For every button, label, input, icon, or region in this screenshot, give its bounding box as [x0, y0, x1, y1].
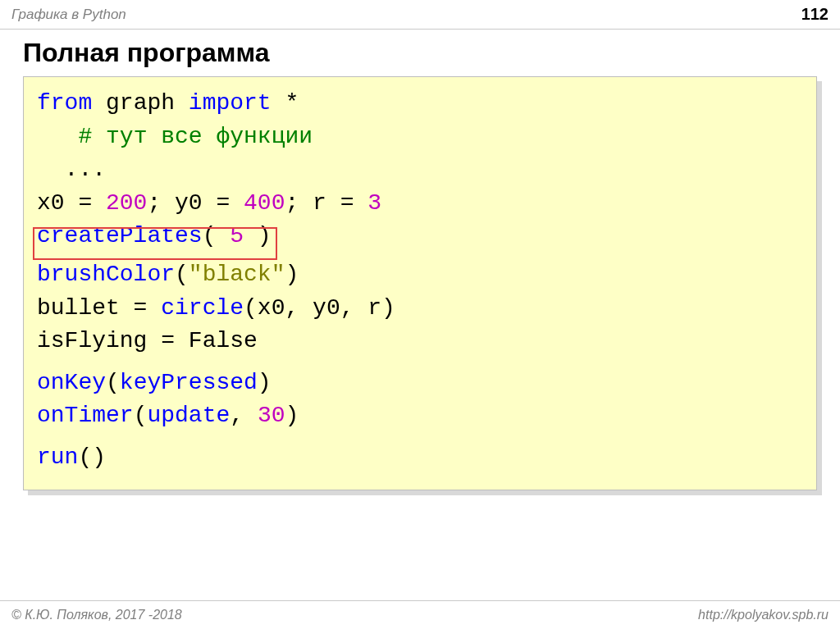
code-box: from graph import * # тут все функции ..… [23, 76, 817, 490]
code-line-10: onTimer(update, 30) [37, 399, 803, 433]
keyword-from: from [37, 90, 92, 116]
indent [37, 157, 65, 182]
header-title: Графика в Python [11, 7, 126, 23]
number-literal: 5 [230, 223, 244, 248]
indent [37, 124, 78, 149]
arg-keyPressed: keyPressed [120, 370, 258, 395]
comma: , [230, 403, 258, 428]
number-literal: 3 [368, 190, 381, 216]
code-line-9: onKey(keyPressed) [37, 367, 803, 400]
keyword-import: import [189, 90, 272, 116]
code-line-5: createPlates( 5 ) [37, 220, 803, 253]
number-literal: 400 [244, 190, 285, 216]
footer-copyright: © К.Ю. Поляков, 2017 -2018 [11, 608, 182, 622]
slide-title: Полная программа [0, 30, 840, 76]
text: bullet = [37, 295, 161, 321]
paren: ( [106, 370, 120, 395]
paren: ( [175, 262, 189, 287]
code-line-7: bullet = circle(x0, y0, r) [37, 292, 803, 326]
text: isFlying = False [37, 328, 258, 353]
footer-bar: © К.Ю. Поляков, 2017 -2018 http://kpolya… [0, 600, 840, 629]
number-literal: 30 [258, 403, 285, 428]
text: ; r = [285, 190, 368, 216]
comment: # тут все функции [78, 124, 313, 149]
code-line-1: from graph import * [37, 87, 803, 121]
module-name: graph [92, 90, 189, 116]
ellipsis: ... [65, 157, 106, 182]
footer-url: http://kpolyakov.spb.ru [698, 608, 829, 622]
func-createPlates: createPlates [37, 223, 203, 248]
func-onKey: onKey [37, 370, 106, 395]
args: (x0, y0, r) [244, 295, 395, 321]
code-block: from graph import * # тут все функции ..… [23, 76, 817, 490]
code-line-4: x0 = 200; y0 = 400; r = 3 [37, 187, 803, 221]
import-star: * [272, 90, 299, 116]
paren: ) [258, 370, 272, 395]
paren: ) [244, 223, 272, 248]
paren: () [78, 444, 106, 470]
code-line-8: isFlying = False [37, 325, 803, 358]
text: ; y0 = [147, 190, 244, 216]
paren: ( [203, 223, 231, 248]
arg-update: update [147, 403, 230, 428]
func-run: run [37, 444, 78, 470]
paren: ( [134, 403, 148, 428]
code-line-2: # тут все функции [37, 121, 803, 154]
code-line-6: brushColor("black") [37, 258, 803, 292]
text: x0 = [37, 190, 106, 216]
func-brushColor: brushColor [37, 262, 175, 287]
paren: ) [285, 262, 299, 287]
func-circle: circle [161, 295, 244, 321]
page-number: 112 [801, 5, 829, 24]
paren: ) [285, 403, 299, 428]
code-line-11: run() [37, 441, 803, 475]
code-line-3: ... [37, 153, 803, 187]
header-bar: Графика в Python 112 [0, 0, 840, 30]
func-onTimer: onTimer [37, 403, 134, 428]
number-literal: 200 [106, 190, 147, 216]
string-literal: "black" [189, 262, 285, 287]
